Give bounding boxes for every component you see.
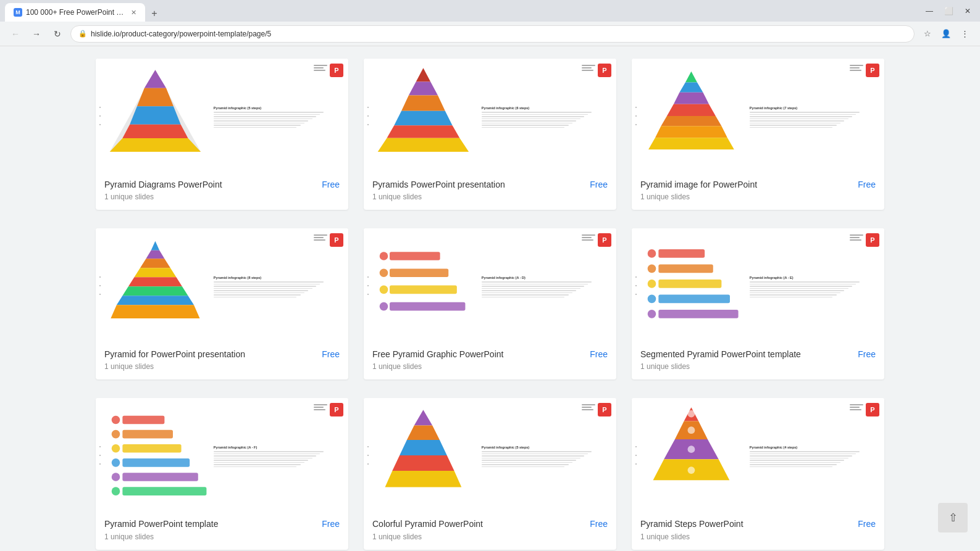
svg-point-41: [648, 295, 656, 304]
ppt-badge-9: P: [866, 403, 879, 416]
content-area: Pyramid infographic (5 steps) P Pyramid …: [0, 46, 980, 551]
product-card-1[interactable]: Pyramid infographic (5 steps) P Pyramid …: [96, 59, 348, 210]
card-title-row-2: Pyramids PowerPoint presentation Free: [372, 179, 608, 190]
svg-marker-17: [655, 126, 727, 138]
svg-marker-59: [400, 440, 447, 455]
card-title-1: Pyramid Diagrams PowerPoint: [104, 179, 318, 190]
product-card-3[interactable]: Pyramid infographic (7 steps) P Pyramid …: [632, 59, 884, 210]
svg-marker-25: [117, 296, 194, 305]
card-title-row-1: Pyramid Diagrams PowerPoint Free: [104, 179, 340, 190]
svg-marker-57: [414, 410, 432, 425]
card-info-1: Pyramid Diagrams PowerPoint Free 1 uniqu…: [96, 173, 348, 210]
ppt-badge-1: P: [330, 64, 343, 77]
badge-lines-6: [850, 234, 863, 241]
close-button[interactable]: ✕: [961, 6, 974, 17]
svg-marker-19: [151, 241, 160, 251]
product-card-9[interactable]: Pyramid infographic (4 steps) P Pyramid …: [632, 398, 884, 549]
card-title-7: Pyramid PowerPoint template: [104, 518, 318, 529]
chrome-window: M 100 000+ Free PowerPoint Temp... ✕ + —…: [0, 0, 980, 551]
svg-point-43: [648, 310, 656, 318]
card-slides-5: 1 unique slides: [372, 362, 608, 371]
svg-marker-60: [392, 455, 454, 471]
card-title-row-6: Segmented Pyramid PowerPoint template Fr…: [640, 349, 876, 360]
svg-point-49: [112, 444, 120, 453]
product-card-7[interactable]: Pyramid infographic (A - F) P Pyramid Po…: [96, 398, 348, 549]
svg-rect-42: [658, 295, 730, 304]
svg-point-35: [648, 249, 656, 258]
product-card-4[interactable]: Pyramid infographic (8 steps) P Pyramid …: [96, 228, 348, 379]
minimize-button[interactable]: —: [923, 6, 936, 17]
card-title-row-7: Pyramid PowerPoint template Free: [104, 518, 340, 529]
reload-button[interactable]: ↻: [49, 26, 65, 42]
svg-rect-56: [122, 487, 206, 496]
card-image-1: Pyramid infographic (5 steps) P: [96, 59, 348, 173]
svg-rect-36: [658, 249, 705, 258]
card-price-5: Free: [590, 349, 608, 359]
back-button[interactable]: ←: [7, 26, 23, 42]
svg-point-39: [648, 280, 656, 288]
scroll-to-top-button[interactable]: ⇧: [938, 503, 968, 532]
card-info-8: Colorful Pyramid PowerPoint Free 1 uniqu…: [364, 512, 616, 549]
svg-point-27: [380, 252, 388, 260]
card-price-7: Free: [322, 519, 340, 529]
card-image-7: Pyramid infographic (A - F) P: [96, 398, 348, 512]
svg-point-53: [112, 473, 120, 481]
url-bar[interactable]: 🔒 hislide.io/product-category/powerpoint…: [70, 25, 915, 43]
card-info-5: Free Pyramid Graphic PowerPoint Free 1 u…: [364, 342, 616, 379]
new-tab-button[interactable]: +: [146, 6, 162, 22]
svg-marker-5: [110, 138, 201, 152]
card-price-2: Free: [590, 180, 608, 189]
card-title-2: Pyramids PowerPoint presentation: [372, 179, 586, 190]
ppt-badge-3: P: [866, 64, 879, 77]
card-price-4: Free: [322, 349, 340, 359]
svg-rect-54: [122, 473, 198, 481]
product-card-6[interactable]: Pyramid infographic (A - E) P Segmented …: [632, 228, 884, 379]
svg-point-29: [380, 268, 388, 277]
profile-button[interactable]: 👤: [938, 26, 954, 42]
card-slides-1: 1 unique slides: [104, 193, 340, 201]
ppt-badge-7: P: [330, 403, 343, 416]
card-price-9: Free: [858, 519, 876, 529]
svg-marker-14: [674, 93, 709, 104]
forward-button[interactable]: →: [28, 26, 44, 42]
ppt-badge-5: P: [598, 233, 611, 247]
product-card-5[interactable]: Pyramid infographic (A - D) P Free Pyram…: [364, 228, 616, 379]
svg-point-55: [112, 487, 120, 496]
product-card-2[interactable]: Pyramid infographic (6 steps) P Pyramids…: [364, 59, 616, 210]
card-image-4: Pyramid infographic (8 steps) P: [96, 228, 348, 342]
bookmark-button[interactable]: ☆: [919, 26, 936, 42]
tab-bar: M 100 000+ Free PowerPoint Temp... ✕ +: [5, 0, 162, 22]
card-title-9: Pyramid Steps PowerPoint: [640, 518, 854, 529]
svg-marker-26: [111, 305, 199, 319]
card-price-3: Free: [858, 180, 876, 189]
address-bar: ← → ↻ 🔒 hislide.io/product-category/powe…: [0, 22, 980, 46]
maximize-button[interactable]: ⬜: [941, 6, 957, 17]
svg-marker-21: [140, 259, 170, 268]
card-image-8: Pyramid infographic (5 steps) P: [364, 398, 616, 512]
badge-lines-9: [850, 404, 863, 410]
card-info-3: Pyramid image for PowerPoint Free 1 uniq…: [632, 173, 884, 210]
svg-marker-12: [685, 72, 697, 83]
card-image-6: Pyramid infographic (A - E) P: [632, 228, 884, 342]
menu-button[interactable]: ⋮: [957, 26, 973, 42]
ppt-badge-2: P: [598, 64, 611, 77]
svg-marker-11: [378, 138, 469, 152]
badge-lines-8: [582, 404, 595, 410]
svg-marker-6: [416, 68, 431, 81]
tab-close-button[interactable]: ✕: [131, 9, 136, 17]
card-price-8: Free: [590, 519, 608, 529]
card-slides-8: 1 unique slides: [372, 532, 608, 541]
card-title-6: Segmented Pyramid PowerPoint template: [640, 349, 854, 360]
svg-point-31: [380, 286, 388, 294]
active-tab[interactable]: M 100 000+ Free PowerPoint Temp... ✕: [5, 3, 145, 22]
product-card-8[interactable]: Pyramid infographic (5 steps) P Colorful…: [364, 398, 616, 549]
title-bar: M 100 000+ Free PowerPoint Temp... ✕ + —…: [0, 0, 980, 22]
svg-rect-30: [390, 268, 448, 277]
card-price-1: Free: [322, 180, 340, 189]
lock-icon: 🔒: [78, 30, 87, 38]
svg-marker-16: [661, 116, 721, 126]
svg-rect-28: [390, 252, 440, 260]
badge-lines-5: [582, 234, 595, 241]
svg-point-47: [112, 430, 120, 439]
card-image-2: Pyramid infographic (6 steps) P: [364, 59, 616, 173]
